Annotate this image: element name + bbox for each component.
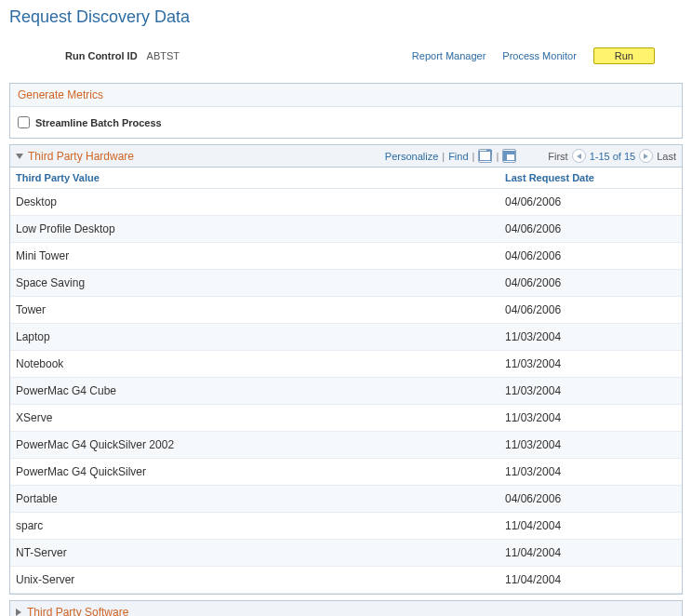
streamline-checkbox[interactable] [18,116,30,128]
hardware-grid: Third Party Hardware Personalize | Find … [9,144,683,595]
cell-value: sparc [10,513,499,539]
cell-value: Portable [10,486,499,512]
cell-date: 11/03/2004 [499,405,682,431]
separator: | [442,151,445,162]
zoom-icon[interactable] [478,149,492,163]
nav-prev-icon[interactable] [572,149,586,163]
software-section[interactable]: Third Party Software [9,600,683,616]
cell-date: 04/06/2006 [499,216,682,242]
personalize-link[interactable]: Personalize [385,151,438,162]
cell-date: 11/03/2004 [499,459,682,485]
cell-value: Laptop [10,324,499,350]
cell-date: 04/06/2006 [499,270,682,296]
separator: | [472,151,475,162]
find-link[interactable]: Find [448,151,468,162]
panel-title: Generate Metrics [10,84,682,107]
run-button[interactable]: Run [593,47,655,64]
grid-body: Desktop04/06/2006Low Profile Desktop04/0… [10,189,682,594]
table-row: XServe11/03/2004 [10,405,682,432]
cell-date: 04/06/2006 [499,189,682,215]
table-row: Portable04/06/2006 [10,486,682,513]
cell-value: XServe [10,405,499,431]
col-header-value[interactable]: Third Party Value [10,167,499,188]
cell-date: 11/03/2004 [499,351,682,377]
separator: | [496,151,499,162]
process-monitor-link[interactable]: Process Monitor [502,50,576,61]
page-title: Request Discovery Data [0,0,692,38]
cell-value: Low Profile Desktop [10,216,499,242]
table-row: PowerMac G4 QuickSilver 200211/03/2004 [10,432,682,459]
table-row: Space Saving04/06/2006 [10,270,682,297]
streamline-row: Streamline Batch Process [10,107,682,138]
software-title: Third Party Software [27,606,128,616]
table-row: Tower04/06/2006 [10,297,682,324]
collapse-icon [16,154,23,159]
cell-date: 11/04/2004 [499,513,682,539]
cell-date: 04/06/2006 [499,486,682,512]
col-header-date[interactable]: Last Request Date [499,167,682,188]
grid-title: Third Party Hardware [28,150,134,163]
table-row: Desktop04/06/2006 [10,189,682,216]
cell-date: 11/03/2004 [499,432,682,458]
run-control-value: ABTST [147,50,180,61]
cell-date: 11/03/2004 [499,324,682,350]
grid-tools: Personalize | Find | | First 1-15 of 15 … [385,149,676,163]
cell-value: Unix-Server [10,567,499,593]
expand-icon [16,609,21,616]
cell-date: 04/06/2006 [499,297,682,323]
cell-value: Mini Tower [10,243,499,269]
nav-last[interactable]: Last [657,151,676,162]
download-icon[interactable] [502,149,516,163]
cell-value: Desktop [10,189,499,215]
cell-value: Space Saving [10,270,499,296]
generate-metrics-panel: Generate Metrics Streamline Batch Proces… [9,83,683,139]
cell-date: 11/04/2004 [499,567,682,593]
cell-value: PowerMac G4 QuickSilver [10,459,499,485]
cell-value: Tower [10,297,499,323]
run-control-row: Run Control ID ABTST Report Manager Proc… [0,38,692,83]
run-control-label: Run Control ID [65,50,138,61]
grid-header-bar: Third Party Hardware Personalize | Find … [10,145,682,167]
cell-date: 11/03/2004 [499,378,682,404]
table-row: Mini Tower04/06/2006 [10,243,682,270]
report-manager-link[interactable]: Report Manager [412,50,486,61]
cell-date: 04/06/2006 [499,243,682,269]
cell-value: Notebook [10,351,499,377]
cell-value: PowerMac G4 QuickSilver 2002 [10,432,499,458]
table-row: NT-Server11/04/2004 [10,540,682,567]
table-row: PowerMac G4 QuickSilver11/03/2004 [10,459,682,486]
cell-value: PowerMac G4 Cube [10,378,499,404]
streamline-label: Streamline Batch Process [35,117,162,128]
grid-nav: First 1-15 of 15 Last [548,149,676,163]
cell-date: 11/04/2004 [499,540,682,566]
table-row: PowerMac G4 Cube11/03/2004 [10,378,682,405]
table-row: Low Profile Desktop04/06/2006 [10,216,682,243]
grid-title-wrap[interactable]: Third Party Hardware [16,150,134,163]
nav-next-icon[interactable] [639,149,653,163]
cell-value: NT-Server [10,540,499,566]
grid-column-headers: Third Party Value Last Request Date [10,167,682,189]
table-row: sparc11/04/2004 [10,513,682,540]
toolbar-links: Report Manager Process Monitor Run [412,47,683,64]
nav-first[interactable]: First [548,151,567,162]
table-row: Notebook11/03/2004 [10,351,682,378]
table-row: Unix-Server11/04/2004 [10,567,682,594]
nav-range[interactable]: 1-15 of 15 [590,151,636,162]
table-row: Laptop11/03/2004 [10,324,682,351]
